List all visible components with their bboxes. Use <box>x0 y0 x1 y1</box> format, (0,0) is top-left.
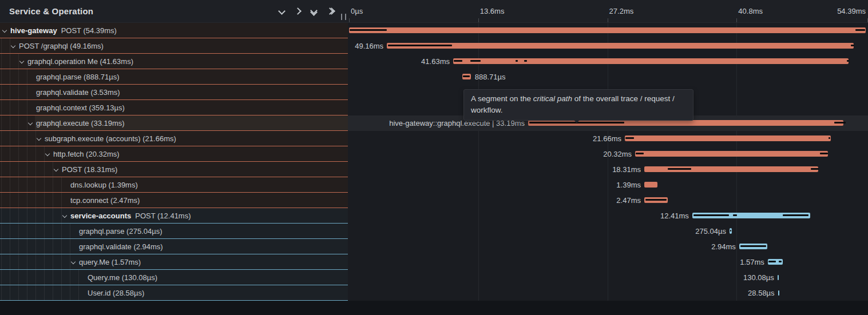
span-row-left[interactable]: query.Me (1.57ms) <box>0 254 348 270</box>
span-row-left[interactable]: graphql.parse (888.71µs) <box>0 69 348 85</box>
timeline-rows: 49.16ms41.63ms888.71µs3.53ms359.13µshive… <box>348 23 868 301</box>
span-bar[interactable] <box>644 182 657 188</box>
critical-path-segment <box>516 60 518 62</box>
span-row-timeline[interactable]: 49.16ms <box>348 38 868 54</box>
critical-path-segment <box>847 60 849 62</box>
span-bar[interactable] <box>387 43 854 49</box>
span-operation-label: graphql.operation Me (41.63ms) <box>27 57 133 66</box>
span-row-left[interactable]: graphql.validate (2.94ms) <box>0 239 348 254</box>
span-bar[interactable] <box>635 151 828 157</box>
axis-tick-mark <box>478 18 479 22</box>
span-bar[interactable] <box>778 290 779 296</box>
chevron-down-icon[interactable] <box>2 28 7 33</box>
span-row-timeline[interactable]: 28.58µs <box>348 285 868 301</box>
span-row-timeline[interactable]: 275.04µs <box>348 224 868 239</box>
span-row-left[interactable]: POST (18.31ms) <box>0 162 348 177</box>
indent-guide <box>35 177 36 192</box>
span-row-timeline[interactable]: 21.66ms <box>348 131 868 146</box>
span-operation-label: graphql.parse (275.04µs) <box>79 227 162 236</box>
chevron-right-icon[interactable] <box>295 9 300 14</box>
chevron-down-icon[interactable] <box>71 260 76 264</box>
span-bar[interactable] <box>778 275 779 280</box>
span-row-left[interactable]: POST /graphql (49.16ms) <box>0 38 348 54</box>
critical-path-segment <box>829 137 831 139</box>
span-row-left[interactable]: graphql.context (359.13µs) <box>0 100 348 115</box>
span-row-left[interactable]: http.fetch (20.32ms) <box>0 146 348 162</box>
indent-guide <box>78 270 79 285</box>
indent-guide <box>44 162 45 177</box>
indent-guide <box>53 193 53 208</box>
indent-guide <box>44 254 45 269</box>
chevron-down-icon[interactable] <box>28 121 33 125</box>
span-row-timeline[interactable]: 2.47ms <box>348 193 868 208</box>
span-row-timeline[interactable]: 888.71µs <box>348 69 868 85</box>
span-row-timeline[interactable]: 1.57ms <box>348 254 868 270</box>
pane-resize-handle[interactable] <box>341 14 346 20</box>
span-row-timeline[interactable]: 130.08µs <box>348 270 868 285</box>
span-row-left[interactable]: service-accountsPOST (12.41ms) <box>0 208 348 224</box>
indent-guide <box>44 239 45 254</box>
critical-path-segment <box>388 45 452 46</box>
critical-path-segment <box>645 199 667 201</box>
span-row-timeline[interactable]: 18.31ms <box>348 162 868 177</box>
timeline-pane: 49.16ms41.63ms888.71µs3.53ms359.13µshive… <box>348 23 868 301</box>
indent-guide <box>10 115 10 130</box>
span-row-timeline[interactable]: 12.41ms <box>348 208 868 224</box>
indent-guide <box>27 131 27 146</box>
chevron-down-icon[interactable] <box>19 59 24 63</box>
indent-guide <box>27 146 27 161</box>
chevron-down-icon[interactable] <box>62 213 67 218</box>
critical-path-segment <box>740 245 766 247</box>
span-bar[interactable] <box>349 27 866 33</box>
chevron-down-icon[interactable] <box>37 136 41 141</box>
span-row-timeline[interactable]: 41.63ms <box>348 54 868 69</box>
span-name-label: Query.me (130.08µs) <box>88 270 157 285</box>
chevron-down-icon[interactable] <box>45 151 50 156</box>
span-bar[interactable] <box>625 135 831 141</box>
span-row-left[interactable]: dns.lookup (1.39ms) <box>0 177 348 193</box>
trace-viewer: Service & Operation 0µs13.6ms27.2ms40.8m… <box>0 0 868 315</box>
critical-path-segment <box>350 29 387 31</box>
indent-guide <box>10 285 10 300</box>
indent-guide <box>10 270 10 285</box>
indent-guide <box>35 254 36 269</box>
span-row-left[interactable]: hive-gatewayPOST (54.39ms) <box>0 23 348 38</box>
critical-path-segment <box>636 153 644 154</box>
span-duration-label: 1.57ms <box>740 254 764 270</box>
span-row-timeline[interactable] <box>348 23 868 38</box>
indent-guide <box>10 85 10 99</box>
span-bar[interactable] <box>453 58 849 64</box>
indent-guide <box>1 100 2 115</box>
indent-guide <box>18 115 19 130</box>
span-row-left[interactable]: Query.me (130.08µs) <box>0 270 348 285</box>
axis-tick-mark <box>736 18 737 22</box>
span-row-left[interactable]: User.id (28.58µs) <box>0 285 348 301</box>
chevron-down-icon[interactable] <box>54 167 58 172</box>
indent-guide <box>18 162 19 177</box>
span-row-left[interactable]: subgraph.execute (accounts) (21.66ms) <box>0 131 348 146</box>
critical-path-segment <box>834 122 846 123</box>
header-icons <box>279 8 334 15</box>
indent-guide <box>44 285 45 300</box>
indent-guide <box>18 69 19 84</box>
double-chevron-down-icon[interactable] <box>311 8 316 15</box>
span-name-label: hive-gatewayPOST (54.39ms) <box>10 23 117 38</box>
indent-guide <box>1 131 2 146</box>
chevron-down-icon[interactable] <box>279 9 284 14</box>
indent-guide <box>1 254 2 269</box>
span-row-left[interactable]: tcp.connect (2.47ms) <box>0 193 348 208</box>
span-duration-label: 21.66ms <box>593 131 621 146</box>
span-row-timeline[interactable]: 1.39ms <box>348 177 868 193</box>
indent-guide <box>35 162 36 177</box>
indent-guide <box>61 177 62 192</box>
span-row-left[interactable]: graphql.parse (275.04µs) <box>0 224 348 239</box>
span-operation-label: http.fetch (20.32ms) <box>53 150 120 158</box>
span-row-timeline[interactable]: 2.94ms <box>348 239 868 254</box>
span-row-left[interactable]: graphql.validate (3.53ms) <box>0 85 348 100</box>
span-row-left[interactable]: graphql.execute (33.19ms) <box>0 115 348 131</box>
double-chevron-right-icon[interactable] <box>327 9 334 14</box>
span-name-column: hive-gatewayPOST (54.39ms)POST /graphql … <box>0 23 348 301</box>
span-row-timeline[interactable]: 20.32ms <box>348 146 868 162</box>
chevron-down-icon[interactable] <box>11 43 15 48</box>
span-row-left[interactable]: graphql.operation Me (41.63ms) <box>0 54 348 69</box>
